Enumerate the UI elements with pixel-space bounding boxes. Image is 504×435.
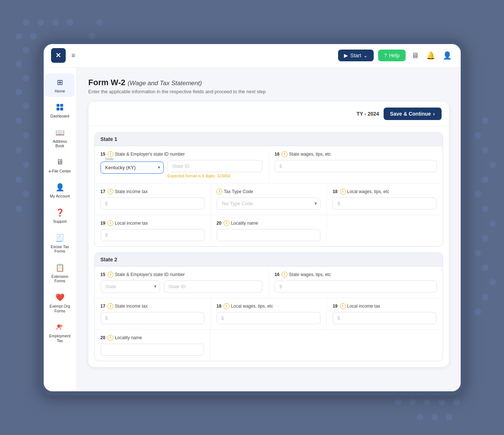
chevron-right-icon: › (433, 111, 435, 117)
state2-row-15-16: 15 i State & Employer's state ID number … (95, 267, 443, 298)
svg-rect-2 (57, 108, 59, 110)
start-dropdown-icon: ⌄ (363, 52, 368, 58)
state1-state-select[interactable]: Kentucky (KY) Alabama (AL) California (C… (101, 162, 164, 174)
field-19-info-icon[interactable]: i (108, 220, 113, 226)
sidebar: ⊞ Home Dashboard 📖 (44, 68, 77, 391)
monitor-icon[interactable]: 🖥 (410, 50, 420, 61)
sidebar-item-home[interactable]: ⊞ Home (45, 73, 75, 97)
field-16-info-icon[interactable]: i (282, 151, 287, 157)
hamburger-icon[interactable]: ≡ (72, 52, 76, 59)
page-subtitle: Enter the applicable information in the … (88, 89, 449, 94)
sidebar-label-exempt: Exempt Org Forms (48, 304, 72, 313)
state1-field-20: 20 i Locality name (211, 215, 327, 246)
field-18-info-icon[interactable]: i (340, 189, 346, 195)
state1-state-income-tax-input[interactable] (101, 197, 204, 210)
content-area: Form W-2 (Wage and Tax Statement) Enter … (77, 68, 461, 391)
s2-field-16-info-icon[interactable]: i (282, 272, 287, 278)
start-button[interactable]: ▶ Start ⌄ (338, 50, 374, 61)
state2-field-18-label: 18 i Local wages, tips, etc (217, 303, 320, 309)
svg-rect-0 (57, 104, 59, 107)
sidebar-item-dashboard[interactable]: Dashboard (45, 98, 75, 122)
state2-field-20: 20 i Locality name (95, 330, 211, 361)
s2-field-17-info-icon[interactable]: i (108, 303, 113, 309)
state2-body: 15 i State & Employer's state ID number … (95, 267, 443, 361)
state1-field-18-label: 18 i Local wages, tips, etc (333, 189, 436, 195)
bell-icon[interactable]: 🔔 (425, 50, 437, 61)
state2-section: State 2 15 i State & Employer's state ID… (94, 253, 443, 361)
sidebar-item-efile-center[interactable]: 🖥 e-File Center (45, 153, 75, 177)
state2-field-20-label: 20 i Locality name (101, 335, 204, 341)
sidebar-label-address-book: Address Book (48, 139, 72, 148)
support-icon: ❓ (55, 207, 65, 218)
state1-state-id-input[interactable] (167, 160, 262, 172)
logo: ✕ (51, 48, 66, 63)
app-shell: ✕ ≡ ▶ Start ⌄ ? Help 🖥 🔔 👤 (39, 40, 465, 396)
state1-header: State 1 (95, 133, 443, 146)
state2-state-select-wrap: State Kentucky (KY) Alabama (AL) Califor… (101, 280, 160, 293)
sidebar-label-efile: e-File Center (49, 169, 71, 174)
sidebar-label-account: My Account (50, 194, 70, 199)
state2-field-15: 15 i State & Employer's state ID number … (95, 267, 269, 298)
save-continue-button[interactable]: Save & Continue › (384, 108, 442, 120)
main-layout: ⊞ Home Dashboard 📖 (44, 68, 461, 391)
state2-state-select[interactable]: State Kentucky (KY) Alabama (AL) Califor… (101, 280, 160, 293)
state1-locality-name-input[interactable] (217, 229, 320, 241)
state2-wages-input[interactable] (275, 280, 437, 293)
state1-field-17-label: 17 i State income tax (101, 189, 204, 195)
state2-field-18: 18 i Local wages, tips, etc (211, 298, 327, 329)
field-15-info-icon[interactable]: i (108, 151, 113, 157)
tax-type-info-icon[interactable]: i (217, 189, 222, 195)
state1-field-20-label: 20 i Locality name (217, 220, 320, 226)
header-right: ▶ Start ⌄ ? Help 🖥 🔔 👤 (338, 50, 453, 61)
s2-field-15-info-icon[interactable]: i (108, 272, 113, 278)
dashboard-icon (55, 102, 65, 112)
page-title: Form W-2 (Wage and Tax Statement) (88, 78, 449, 87)
state1-tax-type-cell: i Tax Type Code Tax Type Code Code A Cod… (211, 184, 327, 215)
state1-row-15-16: 15 i State & Employer's state ID number … (95, 146, 443, 184)
home-icon: ⊞ (55, 77, 65, 87)
field-17-info-icon[interactable]: i (108, 189, 113, 195)
help-button[interactable]: ? Help (378, 50, 406, 61)
form-card: TY - 2024 Save & Continue › State 1 (88, 102, 449, 367)
sidebar-item-my-account[interactable]: 👤 My Account (45, 178, 75, 202)
account-icon: 👤 (55, 182, 65, 192)
s2-field-20-info-icon[interactable]: i (108, 335, 113, 341)
sidebar-label-excise: Excise Tax Forms (48, 244, 72, 254)
state1-row-19-20: 19 i Local income tax 20 i (95, 215, 443, 246)
state2-state-id-input[interactable] (164, 280, 262, 293)
state1-row-17-tax-18: 17 i State income tax i Tax T (95, 184, 443, 215)
ty-label: TY - 2024 (356, 111, 379, 117)
state2-field-16-label: 16 i State wages, tips, etc (275, 272, 437, 278)
state2-local-income-tax-input[interactable] (333, 312, 436, 324)
state2-field-15-label: 15 i State & Employer's state ID number (101, 272, 263, 278)
state2-state-income-tax-input[interactable] (101, 312, 204, 324)
state1-field-15: 15 i State & Employer's state ID number … (95, 146, 269, 183)
state1-field-16: 16 i State wages, tips, etc (269, 146, 443, 183)
user-avatar-icon[interactable]: 👤 (441, 50, 453, 61)
field-20-info-icon[interactable]: i (224, 220, 229, 226)
state1-state-select-wrap: State Kentucky (KY) Alabama (AL) Califor… (101, 160, 164, 174)
state1-field-16-label: 16 i State wages, tips, etc (275, 151, 437, 157)
state2-local-wages-input[interactable] (217, 312, 320, 324)
state2-locality-name-input[interactable] (101, 344, 204, 356)
state1-tax-type-select[interactable]: Tax Type Code Code A Code B (217, 197, 320, 210)
extension-icon: 📋 (55, 262, 65, 273)
sidebar-item-excise-tax[interactable]: 🧾 Excise Tax Forms (45, 229, 75, 257)
sidebar-item-support[interactable]: ❓ Support (45, 204, 75, 228)
state1-local-wages-input[interactable] (333, 197, 436, 210)
sidebar-item-exempt-org[interactable]: ❤️ Exempt Org Forms (45, 289, 75, 317)
state1-wages-input[interactable] (275, 160, 437, 172)
s2-field-19-info-icon[interactable]: i (340, 303, 346, 309)
state2-field-19: 19 i Local income tax (327, 298, 442, 329)
state1-tax-type-wrap: Tax Type Code Code A Code B ▾ (217, 197, 320, 210)
state1-field-17: 17 i State income tax (95, 184, 211, 215)
app-inner: ✕ ≡ ▶ Start ⌄ ? Help 🖥 🔔 👤 (44, 44, 461, 391)
state1-local-income-tax-input[interactable] (101, 229, 204, 241)
s2-field-18-info-icon[interactable]: i (224, 303, 229, 309)
efile-icon: 🖥 (55, 157, 65, 167)
sidebar-item-employment-tax[interactable]: Employment Tax (45, 318, 75, 347)
sidebar-item-address-book[interactable]: 📖 Address Book (45, 124, 75, 152)
sidebar-item-extension-forms[interactable]: 📋 Extension Forms (45, 259, 75, 287)
top-header: ✕ ≡ ▶ Start ⌄ ? Help 🖥 🔔 👤 (44, 44, 461, 68)
state1-tax-type-label: i Tax Type Code (217, 189, 320, 195)
